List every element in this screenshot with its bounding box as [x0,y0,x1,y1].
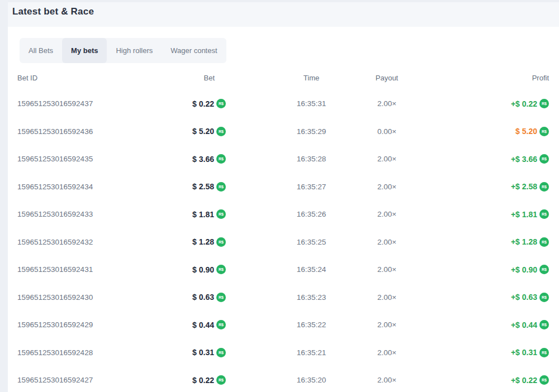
time-cell: 16:35:21 [264,348,359,357]
bet-amount: $ 0.90 [192,265,214,274]
tab-label: Wager contest [170,46,217,55]
payout-cell: 2.00× [359,99,415,108]
profit-amount: +$ 0.31 [511,348,537,357]
brl-currency-icon: R$ [539,154,549,164]
table-row[interactable]: 159651253016592430 $ 0.63 R$ 16:35:23 2.… [12,284,553,312]
bet-id-cell: 159651253016592433 [12,210,158,218]
brl-currency-icon: R$ [539,182,549,192]
table-header-row: Bet ID Bet Time Payout Profit [12,65,553,90]
profit-amount: +$ 0.22 [511,99,537,108]
time-cell: 16:35:27 [264,183,359,191]
tab-all-bets[interactable]: All Bets [20,38,62,63]
time-cell: 16:35:24 [264,265,359,274]
column-header-bet: Bet [158,74,226,82]
brl-currency-icon: R$ [539,265,549,274]
bet-amount-cell: $ 0.22 R$ [158,99,226,108]
profit-amount: +$ 1.81 [511,210,537,219]
profit-cell: +$ 0.63 R$ [415,293,553,302]
brl-currency-icon: R$ [216,293,226,302]
bet-amount: $ 0.22 [192,99,214,108]
page-title: Latest bet & Race [12,6,94,17]
brl-currency-icon: R$ [539,237,549,247]
tab-label: My bets [71,46,98,55]
profit-cell: $ 5.20 R$ [415,127,553,136]
bet-id-cell: 159651253016592429 [12,321,158,329]
table-row[interactable]: 159651253016592431 $ 0.90 R$ 16:35:24 2.… [12,256,553,284]
bet-amount: $ 1.28 [192,237,214,246]
profit-cell: +$ 0.22 R$ [415,99,553,108]
bet-amount: $ 0.63 [192,293,214,302]
bet-id-cell: 159651253016592434 [12,183,158,191]
bet-id-cell: 159651253016592427 [12,376,158,384]
tab-wager-contest[interactable]: Wager contest [162,38,226,63]
bet-amount-cell: $ 1.28 R$ [158,237,226,247]
bet-amount: $ 5.20 [192,127,214,136]
tab-label: High rollers [116,46,153,55]
profit-cell: +$ 0.44 R$ [415,320,553,329]
bet-amount-cell: $ 5.20 R$ [158,127,226,136]
time-cell: 16:35:26 [264,210,359,218]
brl-currency-icon: R$ [539,348,549,357]
table-row[interactable]: 159651253016592427 $ 0.22 R$ 16:35:20 2.… [12,366,553,392]
table-row[interactable]: 159651253016592432 $ 1.28 R$ 16:35:25 2.… [12,228,553,256]
brl-currency-icon: R$ [216,209,226,219]
brl-currency-icon: R$ [216,320,226,329]
time-cell: 16:35:20 [264,376,359,384]
profit-amount: +$ 0.63 [511,293,537,302]
tab-label: All Bets [29,46,53,55]
table-row[interactable]: 159651253016592429 $ 0.44 R$ 16:35:22 2.… [12,311,553,339]
bet-amount: $ 3.66 [192,155,214,164]
payout-cell: 2.00× [359,293,415,302]
profit-amount: +$ 2.58 [511,182,537,191]
bet-id-cell: 159651253016592435 [12,155,158,163]
brl-currency-icon: R$ [216,182,226,192]
bet-amount-cell: $ 0.63 R$ [158,293,226,302]
brl-currency-icon: R$ [216,237,226,247]
bet-amount: $ 0.31 [192,348,214,357]
profit-amount: +$ 0.90 [511,265,537,274]
time-cell: 16:35:22 [264,321,359,329]
payout-cell: 2.00× [359,210,415,218]
brl-currency-icon: R$ [539,99,549,108]
brl-currency-icon: R$ [216,348,226,357]
profit-cell: +$ 0.90 R$ [415,265,553,274]
table-row[interactable]: 159651253016592434 $ 2.58 R$ 16:35:27 2.… [12,173,553,201]
tab-bar: All Bets My bets High rollers Wager cont… [20,38,226,63]
tab-my-bets[interactable]: My bets [62,38,107,63]
profit-amount: +$ 0.22 [511,376,537,385]
brl-currency-icon: R$ [216,375,226,385]
brl-currency-icon: R$ [216,99,226,108]
bet-amount-cell: $ 3.66 R$ [158,154,226,164]
profit-amount: +$ 3.66 [511,155,537,164]
time-cell: 16:35:23 [264,293,359,302]
payout-cell: 2.00× [359,348,415,357]
payout-cell: 2.00× [359,183,415,191]
page-edge-strip [0,0,8,392]
time-cell: 16:35:25 [264,238,359,246]
tab-high-rollers[interactable]: High rollers [107,38,162,63]
profit-cell: +$ 1.28 R$ [415,237,553,247]
bets-table: Bet ID Bet Time Payout Profit 1596512530… [12,65,553,392]
table-row[interactable]: 159651253016592437 $ 0.22 R$ 16:35:31 2.… [12,90,553,118]
brl-currency-icon: R$ [216,265,226,274]
payout-cell: 2.00× [359,376,415,384]
column-header-profit: Profit [415,74,553,82]
bet-amount: $ 0.22 [192,376,214,385]
brl-currency-icon: R$ [539,293,549,302]
bet-amount-cell: $ 0.31 R$ [158,348,226,357]
column-header-bet-id: Bet ID [12,74,158,82]
table-row[interactable]: 159651253016592428 $ 0.31 R$ 16:35:21 2.… [12,339,553,367]
bet-amount-cell: $ 1.81 R$ [158,209,226,219]
brl-currency-icon: R$ [216,127,226,136]
table-row[interactable]: 159651253016592433 $ 1.81 R$ 16:35:26 2.… [12,200,553,228]
table-row[interactable]: 159651253016592435 $ 3.66 R$ 16:35:28 2.… [12,145,553,173]
time-cell: 16:35:31 [264,99,359,108]
profit-cell: +$ 3.66 R$ [415,154,553,164]
table-row[interactable]: 159651253016592436 $ 5.20 R$ 16:35:29 0.… [12,118,553,146]
profit-cell: +$ 1.81 R$ [415,209,553,219]
profit-cell: +$ 0.31 R$ [415,348,553,357]
bet-id-cell: 159651253016592431 [12,265,158,274]
payout-cell: 2.00× [359,321,415,329]
profit-cell: +$ 2.58 R$ [415,182,553,192]
bet-id-cell: 159651253016592428 [12,348,158,357]
